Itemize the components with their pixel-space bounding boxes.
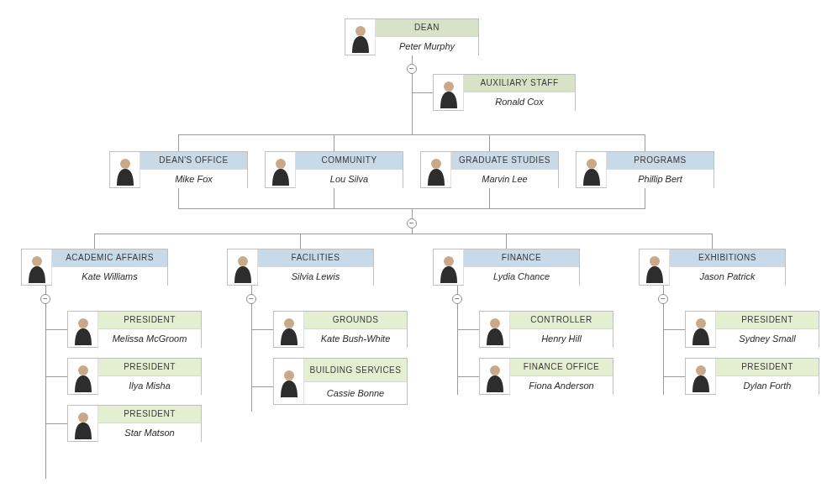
node-name: Sydney Small [716, 329, 819, 349]
node-name: Kate Bush-White [304, 329, 407, 349]
avatar [228, 249, 258, 285]
collapse-toggle[interactable]: − [246, 294, 256, 304]
node-finance[interactable]: FINANCE Lydia Chance [433, 249, 580, 286]
node-title: CONTROLLER [510, 312, 613, 329]
node-programs[interactable]: PROGRAMS Phillip Bert [576, 151, 714, 188]
node-name: Phillip Bert [607, 170, 714, 189]
avatar [421, 152, 451, 187]
node-graduate-studies[interactable]: GRADUATE STUDIES Marvin Lee [420, 151, 559, 188]
avatar [577, 152, 607, 187]
node-name: Fiona Anderson [510, 376, 613, 396]
node-title: FACILITIES [258, 249, 373, 267]
node-title: DEAN'S OFFICE [140, 152, 247, 170]
node-title: GRADUATE STUDIES [451, 152, 558, 170]
node-grounds[interactable]: GROUNDS Kate Bush-White [273, 311, 408, 348]
avatar [110, 152, 140, 187]
node-title: PROGRAMS [607, 152, 714, 170]
node-name: Melissa McGroom [98, 329, 201, 349]
node-name: Peter Murphy [376, 37, 478, 56]
node-name: Cassie Bonne [304, 382, 407, 404]
avatar [640, 249, 670, 285]
node-president-2[interactable]: PRESIDENT Ilya Misha [67, 358, 202, 395]
node-deans-office[interactable]: DEAN'S OFFICE Mike Fox [109, 151, 248, 188]
node-name: Ronald Cox [464, 92, 575, 112]
collapse-toggle[interactable]: − [40, 294, 50, 304]
node-controller[interactable]: CONTROLLER Henry Hill [479, 311, 613, 348]
node-title: PRESIDENT [716, 312, 819, 329]
avatar [274, 359, 304, 404]
node-president-3[interactable]: PRESIDENT Star Matson [67, 405, 202, 442]
avatar [22, 249, 52, 285]
avatar [266, 152, 296, 187]
avatar [480, 359, 510, 394]
node-name: Kate Williams [52, 267, 167, 286]
node-auxiliary-staff[interactable]: AUXILIARY STAFF Ronald Cox [433, 74, 576, 111]
node-facilities[interactable]: FACILITIES Silvia Lewis [227, 249, 374, 286]
node-title: EXHIBITIONS [670, 249, 785, 267]
node-name: Jason Patrick [670, 267, 785, 286]
node-title: GROUNDS [304, 312, 407, 329]
node-title: FINANCE OFFICE [510, 359, 613, 376]
node-president-4[interactable]: PRESIDENT Sydney Small [685, 311, 819, 348]
node-title: PRESIDENT [716, 359, 819, 376]
node-title: PRESIDENT [98, 359, 201, 376]
avatar [68, 312, 98, 347]
collapse-toggle[interactable]: − [407, 218, 417, 228]
collapse-toggle[interactable]: − [658, 294, 668, 304]
node-finance-office[interactable]: FINANCE OFFICE Fiona Anderson [479, 358, 613, 395]
avatar [434, 249, 464, 285]
avatar [68, 359, 98, 394]
node-title: BUILDING SERVICES [304, 359, 407, 382]
node-name: Henry Hill [510, 329, 613, 349]
node-dean[interactable]: DEAN Peter Murphy [345, 18, 479, 55]
org-chart-canvas: DEAN Peter Murphy − AUXILIARY STAFF Rona… [0, 0, 832, 504]
node-name: Mike Fox [140, 170, 247, 189]
collapse-toggle[interactable]: − [452, 294, 462, 304]
node-president-1[interactable]: PRESIDENT Melissa McGroom [67, 311, 202, 348]
node-name: Dylan Forth [716, 376, 819, 396]
node-community[interactable]: COMMUNITY Lou Silva [265, 151, 403, 188]
avatar [345, 19, 376, 55]
node-name: Silvia Lewis [258, 267, 373, 286]
node-name: Star Matson [98, 423, 201, 443]
node-name: Lydia Chance [464, 267, 579, 286]
node-president-5[interactable]: PRESIDENT Dylan Forth [685, 358, 819, 395]
avatar [274, 312, 304, 347]
node-name: Lou Silva [296, 170, 403, 189]
collapse-toggle[interactable]: − [407, 64, 417, 74]
node-title: DEAN [376, 19, 478, 37]
avatar [68, 406, 98, 441]
node-title: AUXILIARY STAFF [464, 75, 575, 92]
avatar [686, 359, 716, 394]
avatar [686, 312, 716, 347]
node-academic-affairs[interactable]: ACADEMIC AFFAIRS Kate Williams [21, 249, 168, 286]
node-title: PRESIDENT [98, 312, 201, 329]
node-name: Ilya Misha [98, 376, 201, 396]
avatar [480, 312, 510, 347]
node-exhibitions[interactable]: EXHIBITIONS Jason Patrick [639, 249, 786, 286]
node-title: PRESIDENT [98, 406, 201, 423]
node-name: Marvin Lee [451, 170, 558, 189]
node-title: COMMUNITY [296, 152, 403, 170]
node-title: FINANCE [464, 249, 579, 267]
node-building-services[interactable]: BUILDING SERVICES Cassie Bonne [273, 358, 408, 405]
avatar [434, 75, 464, 110]
node-title: ACADEMIC AFFAIRS [52, 249, 167, 267]
